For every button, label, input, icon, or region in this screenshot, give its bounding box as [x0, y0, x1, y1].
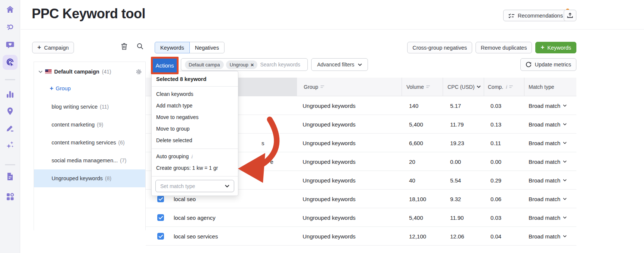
- recommendations-button[interactable]: Recommendations: [503, 10, 568, 21]
- menu-item[interactable]: Add match type: [152, 100, 238, 112]
- menu-item[interactable]: Auto groupingi: [152, 151, 238, 162]
- group-name: blog writing service: [52, 104, 97, 110]
- match-type-dropdown[interactable]: Broad match: [529, 214, 567, 221]
- row-checkbox[interactable]: [157, 196, 164, 202]
- group-cell: Ungrouped keywords: [303, 214, 356, 221]
- delete-icon[interactable]: [121, 43, 127, 51]
- column-divider: [402, 78, 402, 96]
- column-header-group[interactable]: Group: [304, 78, 325, 96]
- update-metrics-button[interactable]: Update metrics: [520, 58, 576, 71]
- cpc-cell: 19.23: [450, 140, 464, 146]
- group-cell: Ungrouped keywords: [303, 233, 356, 239]
- column-header-volume[interactable]: Volume: [406, 78, 431, 96]
- home-icon[interactable]: [5, 4, 15, 15]
- column-header-match-type[interactable]: Match type: [529, 78, 554, 96]
- match-type-dropdown[interactable]: Broad match: [529, 140, 567, 146]
- feedback-icon[interactable]: [5, 40, 15, 50]
- match-type-label: Broad match: [529, 158, 560, 165]
- match-type-dropdown[interactable]: Broad match: [529, 177, 567, 183]
- keyword-research-icon[interactable]: [5, 22, 15, 32]
- ai-sparkles-icon[interactable]: [5, 140, 15, 150]
- sidebar-group-item[interactable]: blog writing service(11): [34, 98, 145, 116]
- cpc-cell: 9.32: [450, 196, 461, 202]
- location-icon[interactable]: [5, 106, 15, 116]
- actions-menu: Selected 8 keyword Clean keywordsAdd mat…: [151, 71, 238, 196]
- ppc-keyword-tool-icon[interactable]: [3, 55, 18, 70]
- sidebar-group-item[interactable]: content marketing services(6): [34, 134, 145, 152]
- menu-item[interactable]: Move to negatives: [152, 112, 238, 123]
- advanced-filters-label: Advanced filters: [317, 62, 354, 68]
- match-type-dropdown[interactable]: Broad match: [529, 196, 567, 202]
- volume-cell: 12,100: [409, 233, 426, 239]
- group-count: (8): [105, 175, 111, 181]
- tab-keywords[interactable]: Keywords: [155, 42, 190, 53]
- us-flag-icon: [45, 69, 52, 74]
- menu-item[interactable]: Move to group: [152, 123, 238, 135]
- group-name: content marketing: [52, 122, 95, 128]
- volume-cell: 5,400: [409, 214, 423, 221]
- chevron-down-icon: [563, 104, 567, 107]
- sidebar-group-item[interactable]: Ungrouped keywords(8): [34, 169, 145, 187]
- close-icon[interactable]: ×: [251, 62, 254, 68]
- column-divider: [484, 78, 484, 96]
- search-keywords-input[interactable]: Default campaUngroup× Search keywords: [181, 58, 308, 71]
- sidebar-group-item[interactable]: social media managemen...(7): [34, 152, 145, 169]
- match-type-dropdown[interactable]: Broad match: [529, 233, 567, 239]
- apps-icon[interactable]: [5, 191, 15, 202]
- menu-item[interactable]: Delete selected: [152, 135, 238, 146]
- chevron-down-icon: [563, 216, 567, 219]
- chevron-down-icon: [358, 63, 362, 66]
- competition-cell: 0.11: [490, 140, 501, 146]
- competition-cell: 0.13: [490, 121, 501, 127]
- notes-icon[interactable]: [5, 171, 15, 182]
- compose-icon[interactable]: [5, 123, 15, 133]
- chevron-down-icon: [563, 160, 567, 163]
- actions-button[interactable]: Actions: [153, 59, 177, 72]
- cpc-cell: 11.90: [450, 214, 464, 221]
- info-icon: i: [191, 154, 192, 159]
- plus-icon: +: [541, 44, 544, 50]
- match-type-label: Broad match: [529, 214, 560, 221]
- match-type-label: Broad match: [529, 140, 560, 146]
- match-type-label: Broad match: [529, 196, 560, 202]
- add-campaign-button[interactable]: + Campaign: [32, 42, 74, 53]
- search-icon[interactable]: [137, 43, 143, 51]
- volume-cell: 40: [409, 177, 415, 183]
- advanced-filters-button[interactable]: Advanced filters: [311, 58, 368, 71]
- cross-group-negatives-button[interactable]: Cross-group negatives: [407, 42, 472, 53]
- row-checkbox[interactable]: [157, 214, 164, 221]
- recommendations-label: Recommendations: [518, 13, 563, 19]
- keywords-negatives-tabs: Keywords Negatives: [155, 42, 225, 53]
- volume-cell: 18,100: [409, 196, 426, 202]
- menu-item[interactable]: Clean keywords: [152, 88, 238, 100]
- row-checkbox[interactable]: [157, 233, 164, 240]
- match-type-dropdown[interactable]: Broad match: [529, 158, 567, 165]
- group-count: (7): [120, 157, 126, 163]
- match-type-dropdown[interactable]: Broad match: [529, 102, 567, 109]
- campaign-node[interactable]: Default campaign (41): [34, 66, 145, 77]
- filter-chip[interactable]: Default campa: [185, 60, 224, 69]
- cpc-cell: 0.00: [450, 158, 461, 165]
- group-cell: Ungrouped keywords: [303, 102, 356, 109]
- chevron-down-icon: [38, 71, 43, 73]
- filter-chip[interactable]: Ungroup×: [226, 60, 258, 69]
- set-match-type-select[interactable]: Set match type: [155, 180, 234, 192]
- column-header-cpc[interactable]: CPC (USD): [448, 78, 481, 96]
- column-divider: [524, 78, 524, 96]
- export-button[interactable]: [564, 10, 576, 21]
- tab-negatives[interactable]: Negatives: [189, 42, 225, 53]
- gear-icon[interactable]: [136, 69, 142, 75]
- column-header-competition[interactable]: Comp. i: [488, 78, 514, 96]
- add-keywords-button[interactable]: + Keywords: [535, 42, 576, 53]
- add-group-button[interactable]: + Group: [50, 85, 71, 91]
- match-type-dropdown[interactable]: Broad match: [529, 121, 567, 127]
- competition-cell: 0.29: [490, 177, 501, 183]
- menu-item[interactable]: Create groups: 1 kw = 1 gr: [152, 162, 238, 174]
- remove-duplicates-button[interactable]: Remove duplicates: [476, 42, 532, 53]
- analytics-icon[interactable]: [5, 89, 15, 100]
- sidebar-group-item[interactable]: content marketing(9): [34, 116, 145, 134]
- chevron-down-icon: [563, 235, 567, 237]
- app-sidebar: [0, 0, 20, 253]
- competition-cell: 0.03: [490, 102, 501, 109]
- group-name: social media managemen...: [52, 157, 118, 163]
